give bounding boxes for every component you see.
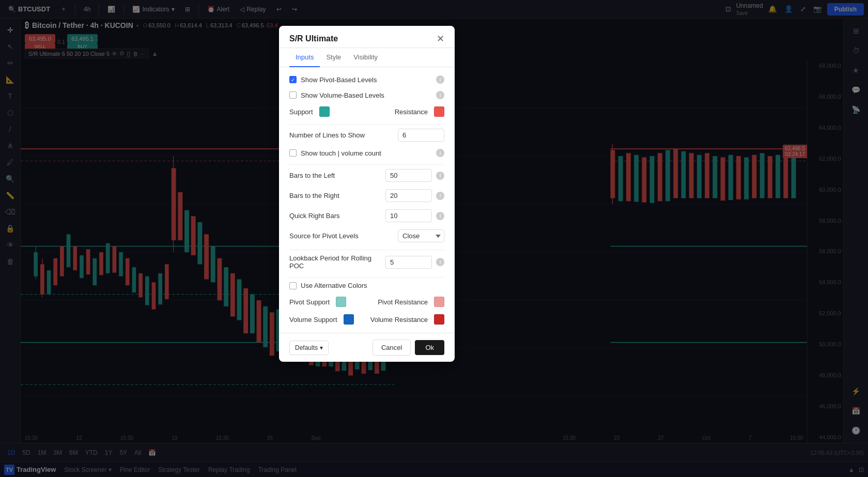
- label-support: Support: [289, 108, 313, 116]
- label-resistance: Resistance: [395, 108, 428, 116]
- cancel-button[interactable]: Cancel: [373, 340, 411, 356]
- swatch-volume-resistance[interactable]: [434, 314, 444, 325]
- label-bars-right: Bars to the Right: [289, 192, 381, 199]
- divider-4: [289, 277, 444, 278]
- label-pivot-resistance: Pivot Resistance: [378, 298, 428, 306]
- checkbox-volume-based[interactable]: [289, 91, 297, 99]
- label-volume-support: Volume Support: [289, 316, 337, 324]
- tab-visibility[interactable]: Visibility: [347, 48, 384, 67]
- input-lines-count[interactable]: [398, 129, 444, 142]
- select-source-pivot[interactable]: Close Open High Low HL2 HLC3: [398, 229, 444, 242]
- info-volume-based[interactable]: i: [436, 91, 444, 99]
- modal-header: S/R Ultimate ✕: [279, 26, 455, 48]
- label-quick-right-bars: Quick Right Bars: [289, 212, 381, 220]
- row-lines-count: Number of Lines to Show: [289, 129, 444, 142]
- label-alt-colors: Use Alternative Colors: [301, 282, 444, 289]
- label-volume-based: Show Volume-Based Levels: [301, 91, 432, 99]
- divider-1: [289, 124, 444, 125]
- input-bars-right[interactable]: [385, 189, 432, 202]
- label-source-pivot: Source for Pivot Levels: [289, 232, 394, 240]
- tab-inputs[interactable]: Inputs: [289, 48, 320, 67]
- label-bars-left: Bars to the Left: [289, 172, 381, 179]
- label-lines-count: Number of Lines to Show: [289, 131, 394, 139]
- row-bars-left: Bars to the Left i: [289, 169, 444, 182]
- divider-2: [289, 164, 444, 165]
- row-support-resistance: Support Resistance: [289, 106, 444, 117]
- input-lookback[interactable]: [385, 256, 432, 269]
- label-pivot-based: Show Pivot-Based Levels: [301, 76, 432, 84]
- swatch-resistance[interactable]: [434, 106, 444, 117]
- label-lookback: Lookback Period for Rolling POC: [289, 254, 381, 270]
- checkmark-icon: ✓: [291, 77, 295, 83]
- ok-button[interactable]: Ok: [415, 340, 444, 355]
- swatch-support[interactable]: [319, 106, 330, 117]
- input-bars-left[interactable]: [385, 169, 432, 182]
- row-pivot-colors: Pivot Support Pivot Resistance: [289, 297, 444, 307]
- checkbox-pivot-based[interactable]: ✓: [289, 76, 297, 83]
- label-touch-volume: Show touch | volume count: [301, 149, 432, 157]
- row-touch-volume: Show touch | volume count i: [289, 149, 444, 157]
- checkbox-alt-colors[interactable]: [289, 282, 297, 289]
- info-quick-right-bars[interactable]: i: [436, 212, 444, 220]
- row-pivot-based: ✓ Show Pivot-Based Levels i: [289, 75, 444, 84]
- info-bars-right[interactable]: i: [436, 192, 444, 200]
- label-pivot-support: Pivot Support: [289, 298, 330, 306]
- row-volume-colors: Volume Support Volume Resistance: [289, 314, 444, 325]
- divider-3: [289, 250, 444, 250]
- swatch-pivot-support[interactable]: [336, 297, 346, 307]
- modal-title: S/R Ultimate: [289, 34, 338, 43]
- info-bars-left[interactable]: i: [436, 172, 444, 180]
- row-quick-right-bars: Quick Right Bars i: [289, 209, 444, 222]
- modal-overlay[interactable]: S/R Ultimate ✕ Inputs Style Visibility ✓…: [0, 0, 868, 477]
- input-quick-right-bars[interactable]: [385, 209, 432, 222]
- modal-body: ✓ Show Pivot-Based Levels i Show Volume-…: [279, 67, 455, 333]
- checkbox-touch-volume[interactable]: [289, 149, 297, 157]
- row-source-pivot: Source for Pivot Levels Close Open High …: [289, 229, 444, 242]
- info-lookback[interactable]: i: [436, 258, 444, 266]
- info-pivot-based[interactable]: i: [436, 75, 444, 84]
- swatch-pivot-resistance[interactable]: [434, 297, 444, 307]
- swatch-volume-support[interactable]: [344, 314, 354, 325]
- row-lookback: Lookback Period for Rolling POC i: [289, 254, 444, 270]
- modal-tabs: Inputs Style Visibility: [279, 48, 455, 67]
- info-touch-volume[interactable]: i: [436, 149, 444, 157]
- modal-footer: Defaults ▾ Cancel Ok: [279, 333, 455, 362]
- defaults-button[interactable]: Defaults ▾: [289, 341, 329, 355]
- sr-ultimate-modal: S/R Ultimate ✕ Inputs Style Visibility ✓…: [279, 26, 455, 362]
- tab-style[interactable]: Style: [320, 48, 347, 67]
- defaults-label: Defaults: [295, 344, 318, 351]
- modal-close-button[interactable]: ✕: [437, 34, 444, 43]
- row-bars-right: Bars to the Right i: [289, 189, 444, 202]
- row-volume-based: Show Volume-Based Levels i: [289, 91, 444, 99]
- label-volume-resistance: Volume Resistance: [370, 316, 428, 324]
- chevron-down-icon: ▾: [320, 344, 323, 351]
- row-alt-colors: Use Alternative Colors: [289, 282, 444, 289]
